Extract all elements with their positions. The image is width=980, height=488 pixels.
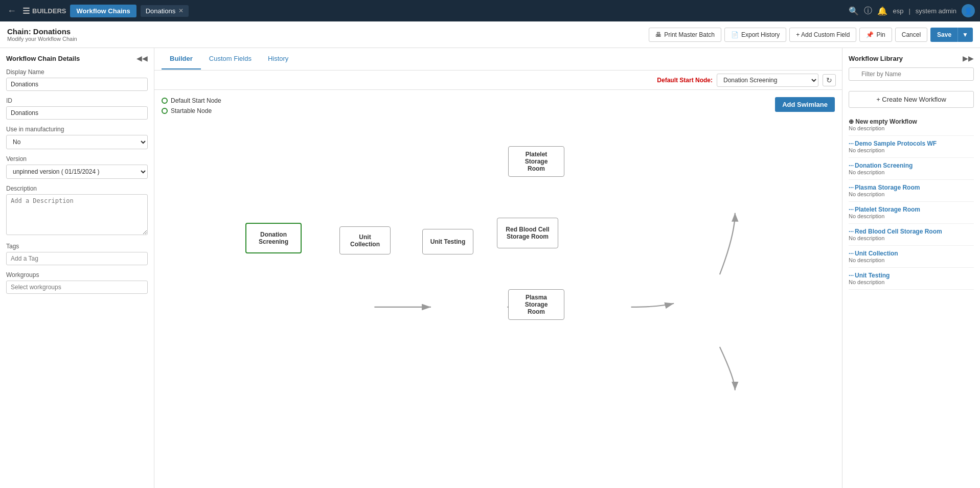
node-platelet-storage[interactable]: PlateletStorageRoom (508, 146, 564, 177)
node-unit-testing[interactable]: Unit Testing (422, 229, 473, 254)
node-plasma-storage[interactable]: PlasmaStorageRoom (508, 289, 564, 320)
pin-button[interactable]: 📌 Pin (859, 28, 892, 42)
sidebar-header: Workflow Chain Details ◀◀ (6, 54, 148, 62)
unit-collection-link[interactable]: ···Unit Collection (849, 250, 974, 257)
help-icon[interactable]: ⓘ (864, 6, 872, 16)
unit-testing-link[interactable]: ···Unit Testing (849, 272, 974, 279)
tab-builder[interactable]: Builder (162, 49, 201, 69)
workflow-arrows (154, 90, 842, 488)
rbc-storage-link[interactable]: ···Red Blood Cell Storage Room (849, 228, 974, 235)
tags-input[interactable] (6, 252, 148, 265)
library-item-unit-testing: ···Unit Testing No description (849, 268, 974, 290)
export-history-button[interactable]: 📄 Export History (724, 28, 786, 42)
tags-label: Tags (6, 243, 148, 250)
tags-group: Tags (6, 243, 148, 265)
workflow-library-list: ⊕ New empty Workflow No description ···D… (849, 114, 974, 290)
workgroups-label: Workgroups (6, 271, 148, 278)
user-avatar[interactable]: 👤 (962, 4, 975, 17)
donation-screening-link[interactable]: ···Donation Screening (849, 162, 974, 169)
description-textarea[interactable] (6, 194, 148, 235)
chain-subtitle: Modify your Workflow Chain (7, 36, 77, 42)
filter-input[interactable] (849, 67, 974, 81)
save-dropdown-button[interactable]: ▼ (958, 28, 973, 42)
default-node-select[interactable]: Donation Screening Unit Collection Unit … (717, 74, 818, 87)
wf-dots-icon: ··· (849, 184, 854, 191)
plasma-storage-link[interactable]: ···Plasma Storage Room (849, 184, 974, 191)
node-donation-screening[interactable]: DonationScreening (245, 223, 302, 253)
new-empty-desc: No description (849, 125, 974, 131)
library-item-plasma-storage: ···Plasma Storage Room No description (849, 180, 974, 202)
workflow-canvas: DonationScreening UnitCollection Unit Te… (154, 90, 842, 488)
library-item-platelet-storage: ···Platelet Storage Room No description (849, 202, 974, 224)
wf-dots-icon: ··· (849, 162, 854, 169)
close-tab-icon[interactable]: ✕ (178, 7, 184, 14)
tabs-bar: Builder Custom Fields History (154, 48, 842, 71)
library-item-new-empty: ⊕ New empty Workflow No description (849, 114, 974, 136)
wf-dots-icon: ··· (849, 228, 854, 235)
description-group: Description (6, 185, 148, 237)
back-button[interactable]: ← (5, 4, 18, 18)
workgroups-input[interactable] (6, 281, 148, 294)
refresh-button[interactable]: ↻ (823, 74, 836, 86)
tab-history[interactable]: History (260, 49, 297, 69)
default-node-bar: Default Start Node: Donation Screening U… (154, 71, 842, 90)
node-red-blood-cell[interactable]: Red Blood CellStorage Room (497, 218, 558, 248)
id-label: ID (6, 97, 148, 104)
unit-testing-desc: No description (849, 279, 974, 285)
right-sidebar: Workflow Library ▶▶ ▼ + Create New Workf… (842, 48, 980, 488)
esp-label: esp (893, 7, 903, 15)
cancel-button[interactable]: Cancel (895, 28, 927, 42)
canvas-area: Default Start Node Startable Node Add Sw… (154, 90, 842, 488)
main-layout: Workflow Chain Details ◀◀ Display Name I… (0, 48, 980, 488)
use-in-mfg-label: Use in manufacturing (6, 126, 148, 133)
node-unit-collection[interactable]: UnitCollection (339, 226, 391, 254)
display-name-input[interactable] (6, 78, 148, 91)
platelet-storage-link[interactable]: ···Platelet Storage Room (849, 206, 974, 213)
notification-icon[interactable]: 🔔 (877, 6, 887, 16)
left-sidebar: Workflow Chain Details ◀◀ Display Name I… (0, 48, 154, 488)
tab-custom-fields[interactable]: Custom Fields (201, 49, 260, 69)
plus-circle-icon: ⊕ (849, 118, 854, 125)
expand-button[interactable]: ▶▶ (963, 54, 974, 62)
user-label: system admin (916, 7, 956, 15)
save-button-group: Save ▼ (930, 28, 973, 42)
workflow-chains-tab[interactable]: Workflow Chains (70, 5, 136, 17)
search-icon[interactable]: 🔍 (849, 6, 859, 16)
chain-info: Chain: Donations Modify your Workflow Ch… (7, 27, 77, 42)
use-in-mfg-group: Use in manufacturing No Yes (6, 126, 148, 149)
id-input[interactable] (6, 106, 148, 120)
filter-wrapper: ▼ (849, 67, 974, 86)
version-group: Version unpinned version ( 01/15/2024 ) (6, 155, 148, 179)
rbc-storage-desc: No description (849, 235, 974, 241)
library-item-unit-collection: ···Unit Collection No description (849, 246, 974, 268)
subheader: Chain: Donations Modify your Workflow Ch… (0, 21, 980, 48)
default-node-label: Default Start Node: (657, 77, 713, 84)
donations-tab[interactable]: Donations ✕ (141, 5, 189, 17)
sidebar-collapse-button[interactable]: ◀◀ (136, 54, 148, 62)
version-label: Version (6, 155, 148, 162)
top-navigation: ← ☰ BUILDERS Workflow Chains Donations ✕… (0, 0, 980, 21)
use-in-mfg-select[interactable]: No Yes (6, 135, 148, 149)
right-sidebar-title: Workflow Library (849, 55, 903, 62)
version-select[interactable]: unpinned version ( 01/15/2024 ) (6, 165, 148, 179)
demo-sample-desc: No description (849, 147, 974, 153)
save-button[interactable]: Save (930, 28, 958, 42)
library-item-demo-sample: ···Demo Sample Protocols WF No descripti… (849, 136, 974, 158)
builders-icon: ☰ (22, 6, 30, 16)
chain-title: Chain: Donations (7, 27, 77, 36)
library-item-donation-screening: ···Donation Screening No description (849, 158, 974, 180)
id-group: ID (6, 97, 148, 120)
create-new-workflow-button[interactable]: + Create New Workflow (849, 91, 974, 108)
wf-dots-icon: ··· (849, 206, 854, 213)
workgroups-group: Workgroups (6, 271, 148, 294)
description-label: Description (6, 185, 148, 192)
display-name-label: Display Name (6, 68, 148, 76)
demo-sample-link[interactable]: ···Demo Sample Protocols WF (849, 140, 974, 147)
top-nav-right: 🔍 ⓘ 🔔 esp | system admin 👤 (849, 4, 975, 17)
library-item-rbc-storage: ···Red Blood Cell Storage Room No descri… (849, 224, 974, 246)
export-icon: 📄 (731, 31, 739, 38)
center-content: Builder Custom Fields History Default St… (154, 48, 842, 488)
new-empty-workflow-label[interactable]: ⊕ New empty Workflow (849, 118, 974, 125)
add-custom-field-button[interactable]: + Add Custom Field (789, 28, 856, 42)
print-master-batch-button[interactable]: 🖶 Print Master Batch (649, 28, 721, 42)
